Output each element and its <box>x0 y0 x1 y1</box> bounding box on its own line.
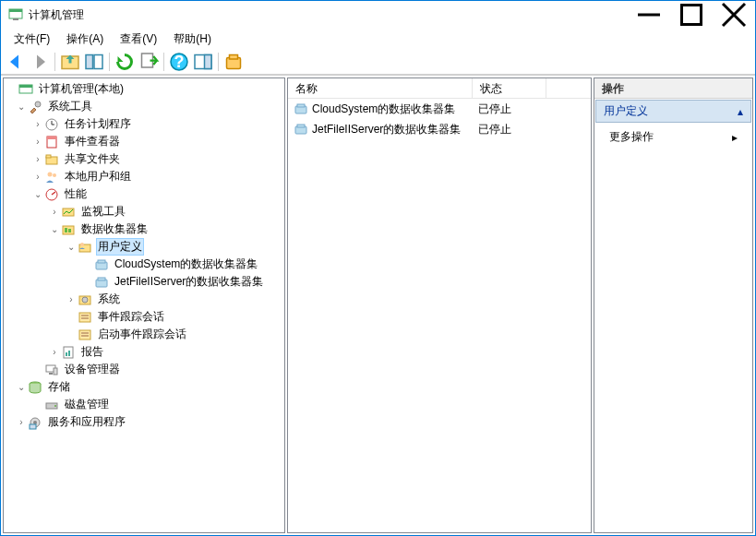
svg-rect-14 <box>205 54 212 68</box>
back-button[interactable] <box>5 51 27 73</box>
svg-rect-18 <box>19 85 32 88</box>
expand-icon[interactable]: › <box>31 171 44 184</box>
svg-rect-54 <box>54 368 57 375</box>
col-name[interactable]: 名称 <box>288 78 473 98</box>
collapse-icon[interactable]: ⌄ <box>15 101 28 113</box>
toolbar-separator <box>218 53 219 71</box>
svg-rect-64 <box>297 125 305 127</box>
help-button[interactable]: ? <box>168 51 190 73</box>
list-row[interactable]: CloudSystem的数据收集器集 已停止 <box>288 99 591 119</box>
tree-task-scheduler[interactable]: › 任务计划程序 <box>4 115 284 133</box>
tree-disk-mgmt[interactable]: 磁盘管理 <box>4 396 284 413</box>
tree-event-viewer[interactable]: › 事件查看器 <box>4 133 284 150</box>
blank-twist <box>65 328 78 341</box>
svg-rect-4 <box>682 6 702 25</box>
blank-twist <box>31 363 44 376</box>
svg-rect-9 <box>94 54 102 68</box>
tree-pane[interactable]: 计算机管理(本地) ⌄ 系统工具 › 任务计划程序 › 事件查看器 › 共享文件 <box>3 77 285 533</box>
svg-rect-43 <box>79 313 90 322</box>
collapse-icon[interactable]: ⌄ <box>15 381 28 394</box>
expand-icon[interactable]: › <box>31 153 44 166</box>
computer-mgmt-icon <box>18 82 33 97</box>
refresh-button[interactable] <box>114 51 136 73</box>
actions-more-label: 更多操作 <box>609 129 654 145</box>
maximize-button[interactable] <box>670 1 713 29</box>
list-row[interactable]: JetFileIIServer的数据收集器集 已停止 <box>288 119 591 139</box>
tree-label: 任务计划程序 <box>63 115 133 133</box>
menu-action[interactable]: 操作(A) <box>59 30 111 49</box>
list-body[interactable]: CloudSystem的数据收集器集 已停止 JetFileIIServer的数… <box>288 99 591 532</box>
tree-performance[interactable]: ⌄ 性能 <box>4 185 284 203</box>
export-button[interactable] <box>138 51 160 73</box>
collapse-icon[interactable]: ⌄ <box>48 223 61 236</box>
svg-rect-1 <box>9 9 22 12</box>
svg-rect-2 <box>13 18 18 20</box>
collapse-icon[interactable]: ⌄ <box>31 188 44 201</box>
tree-reports[interactable]: › 报告 <box>4 343 284 361</box>
tree-event-trace[interactable]: 事件跟踪会话 <box>4 308 284 326</box>
tree-label: 本地用户和组 <box>63 168 133 185</box>
reports-icon <box>61 345 76 360</box>
tree-user-defined[interactable]: ⌄ 用户定义 <box>4 238 284 256</box>
nav-tree: 计算机管理(本地) ⌄ 系统工具 › 任务计划程序 › 事件查看器 › 共享文件 <box>4 78 284 433</box>
properties-button[interactable] <box>222 51 245 73</box>
tree-label: 性能 <box>63 185 89 203</box>
tree-label: 服务和应用程序 <box>46 413 127 431</box>
show-hide-action-button[interactable] <box>192 51 214 73</box>
tree-cloudsystem[interactable]: CloudSystem的数据收集器集 <box>4 256 284 273</box>
expand-icon[interactable]: › <box>15 416 28 429</box>
trace-icon <box>78 310 92 325</box>
expand-icon[interactable]: › <box>48 206 61 219</box>
actions-more[interactable]: 更多操作 ▸ <box>594 124 752 150</box>
tree-shared-folders[interactable]: › 共享文件夹 <box>4 150 284 168</box>
show-hide-tree-button[interactable] <box>83 51 105 73</box>
tree-jetfile[interactable]: JetFileIIServer的数据收集器集 <box>4 273 284 291</box>
list-pane: 名称 状态 CloudSystem的数据收集器集 已停止 JetFileIISe… <box>287 77 592 533</box>
tree-local-users[interactable]: › 本地用户和组 <box>4 168 284 185</box>
tree-services-apps[interactable]: › 服务和应用程序 <box>4 413 284 431</box>
expand-icon[interactable]: › <box>48 346 61 359</box>
tree-storage[interactable]: ⌄ 存储 <box>4 378 284 396</box>
menu-view[interactable]: 查看(V) <box>113 30 164 49</box>
cell-name: CloudSystem的数据收集器集 <box>312 101 455 117</box>
svg-rect-34 <box>68 229 71 232</box>
svg-rect-50 <box>66 352 67 356</box>
col-status[interactable]: 状态 <box>473 78 546 98</box>
window-title: 计算机管理 <box>29 7 628 23</box>
toolbar: ? <box>1 49 755 75</box>
collapse-icon[interactable]: ⌄ <box>65 241 78 254</box>
menu-help[interactable]: 帮助(H) <box>166 30 219 49</box>
up-button[interactable] <box>59 51 81 73</box>
collector-set-icon <box>294 101 308 116</box>
expand-icon[interactable]: › <box>31 136 44 149</box>
services-icon <box>28 415 42 430</box>
actions-header: 操作 <box>594 78 752 99</box>
svg-rect-60 <box>30 424 36 429</box>
tree-system-tools[interactable]: ⌄ 系统工具 <box>4 98 284 115</box>
event-viewer-icon <box>44 135 59 149</box>
tree-startup-trace[interactable]: 启动事件跟踪会话 <box>4 326 284 343</box>
storage-icon <box>28 380 42 395</box>
svg-rect-51 <box>68 351 70 356</box>
tree-label: 系统 <box>96 291 122 308</box>
tree-root[interactable]: 计算机管理(本地) <box>4 80 284 98</box>
svg-point-28 <box>53 173 56 177</box>
expand-icon[interactable]: › <box>31 118 44 131</box>
tree-system-node[interactable]: › 系统 <box>4 291 284 308</box>
menu-file[interactable]: 文件(F) <box>6 30 57 49</box>
tree-device-manager[interactable]: 设备管理器 <box>4 361 284 378</box>
close-button[interactable] <box>713 1 755 29</box>
tree-label: JetFileIIServer的数据收集器集 <box>113 273 265 291</box>
svg-rect-53 <box>49 373 53 375</box>
blank-twist <box>6 83 18 96</box>
actions-section[interactable]: 用户定义 ▴ <box>595 100 751 123</box>
cell-status: 已停止 <box>478 122 511 137</box>
tree-data-collector-sets[interactable]: ⌄ 数据收集器集 <box>4 220 284 238</box>
tree-monitor-tools[interactable]: › 监视工具 <box>4 203 284 220</box>
svg-point-19 <box>35 101 41 107</box>
trace-icon <box>78 328 92 342</box>
minimize-button[interactable] <box>628 1 670 29</box>
expand-icon[interactable]: › <box>65 293 78 306</box>
tree-label: 报告 <box>79 343 105 361</box>
forward-button[interactable] <box>29 51 51 73</box>
